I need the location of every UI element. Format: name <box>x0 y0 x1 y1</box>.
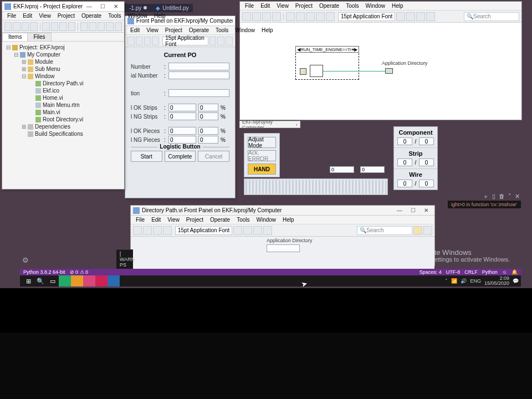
saveall-button[interactable] <box>30 22 37 31</box>
okpieces-input[interactable] <box>168 127 196 135</box>
menu-project[interactable]: Project <box>293 3 315 9</box>
taskbar-vscode[interactable] <box>108 275 120 287</box>
align-button[interactable] <box>233 226 242 235</box>
tree-dirpath[interactable]: Directory Path.vi <box>43 80 83 87</box>
tree-homevi[interactable]: Home.vi <box>43 94 63 101</box>
menu-operate[interactable]: Operate <box>79 13 104 19</box>
component-total[interactable]: 0 <box>419 137 434 145</box>
status-problems[interactable]: ⊘ 0 ⚠ 0 <box>70 269 89 275</box>
tree-rootdir[interactable]: Root Directory.vi <box>43 116 83 123</box>
wifi-icon[interactable]: 📶 <box>451 278 457 284</box>
menu-window[interactable]: Window <box>253 217 279 223</box>
close-button[interactable]: ✕ <box>110 3 122 11</box>
start-button[interactable]: Start <box>131 151 162 162</box>
serial-input[interactable] <box>168 71 229 79</box>
font-selector[interactable]: 15pt Application Font <box>338 12 395 21</box>
run-button[interactable] <box>133 226 142 235</box>
menu-project[interactable]: Project <box>55 13 78 19</box>
refresh-button[interactable] <box>115 22 122 31</box>
maximize-button[interactable]: ☐ <box>96 3 109 11</box>
chevron-up-icon[interactable]: ˄ <box>508 193 511 200</box>
strip-count[interactable]: 0 <box>397 158 412 166</box>
tray-language[interactable]: ENG <box>470 278 481 284</box>
run-cont-button[interactable] <box>143 226 152 235</box>
cleanup-button[interactable] <box>426 12 435 21</box>
ngpieces-pct-input[interactable] <box>198 136 218 144</box>
reorder-button[interactable] <box>263 226 272 235</box>
menu-tools[interactable]: Tools <box>105 13 124 19</box>
property-node[interactable] <box>300 68 306 75</box>
project-breadcrumb[interactable]: EKF.lvproj/My Computer ‹ <box>239 121 300 128</box>
okpieces-pct-input[interactable] <box>198 127 218 135</box>
save-button[interactable] <box>22 22 29 31</box>
run-cont-button[interactable] <box>136 37 143 45</box>
taskbar-app-2[interactable] <box>71 275 83 287</box>
conditional-node[interactable] <box>310 65 323 77</box>
settings-gear-icon[interactable]: ⚙ <box>22 256 29 264</box>
tion-input[interactable] <box>168 89 229 97</box>
menu-view[interactable]: View <box>165 217 182 223</box>
taskview-icon[interactable]: ▭ <box>47 275 59 287</box>
delete-button[interactable] <box>68 22 75 31</box>
run-button[interactable] <box>242 12 251 21</box>
search-input[interactable]: 🔍 Search <box>357 226 412 235</box>
distribute-button[interactable] <box>217 37 224 45</box>
distribute-button[interactable] <box>243 226 252 235</box>
retain-wire-button[interactable] <box>296 12 305 21</box>
tree-project[interactable]: Project: EKF.lvproj <box>19 44 65 51</box>
tree-ekfico[interactable]: Ekf.ico <box>43 87 59 94</box>
case-selector[interactable]: ◀ RUN_TIME_ENGINE==True, De ▾ ▶ <box>295 46 359 53</box>
appdir-indicator[interactable] <box>267 244 300 252</box>
menu-file[interactable]: File <box>133 217 147 223</box>
menu-edit[interactable]: Edit <box>127 27 142 33</box>
resize-button[interactable] <box>253 226 262 235</box>
menu-window[interactable]: Window <box>362 3 388 9</box>
sliders[interactable] <box>245 180 386 193</box>
open-button[interactable] <box>13 22 20 31</box>
menu-help[interactable]: Help <box>151 13 168 19</box>
status-eol[interactable]: CRLF <box>464 269 478 275</box>
abort-button[interactable] <box>153 226 162 235</box>
menu-operate[interactable]: Operate <box>186 27 212 33</box>
help-button[interactable] <box>413 226 422 235</box>
menu-edit[interactable]: Edit <box>20 13 35 19</box>
run-button[interactable] <box>127 37 135 45</box>
tree-mainmenurtm[interactable]: Main Menu.rtm <box>43 101 80 109</box>
menu-operate[interactable]: Operate <box>207 217 233 223</box>
number-input[interactable] <box>168 63 229 70</box>
tree-deps[interactable]: Dependencies <box>35 123 70 130</box>
complete-button[interactable]: Complete <box>165 151 196 162</box>
wire-count[interactable]: 0 <box>397 180 412 187</box>
okstrips-pct-input[interactable] <box>198 104 218 111</box>
collapse-icon[interactable]: ⊟ <box>13 51 18 58</box>
menu-tools[interactable]: Tools <box>234 217 252 223</box>
okstrips-input[interactable] <box>168 104 196 111</box>
menu-operate[interactable]: Operate <box>316 3 342 9</box>
menu-view[interactable]: View <box>36 13 54 19</box>
action-center-icon[interactable]: 💬 <box>513 278 519 284</box>
run-cont-button[interactable] <box>252 12 261 21</box>
reorder-button[interactable] <box>226 37 233 45</box>
menu-help[interactable]: Help <box>389 3 406 9</box>
pause-button[interactable] <box>163 226 172 235</box>
menu-view[interactable]: View <box>274 3 291 9</box>
strip-total[interactable]: 0 <box>419 158 434 166</box>
tree-buildspec[interactable]: Build Specifications <box>35 130 83 137</box>
editor-tab-1[interactable]: -1.py <box>125 4 151 12</box>
menu-edit[interactable]: Edit <box>258 3 273 9</box>
start-button[interactable]: ⊞ <box>22 275 34 287</box>
collapse-icon[interactable]: ⊟ <box>21 73 26 80</box>
align-button[interactable] <box>396 12 405 21</box>
menu-edit[interactable]: Edit <box>149 217 163 223</box>
new-button[interactable] <box>4 22 12 31</box>
expand-icon[interactable]: ⊞ <box>21 123 26 130</box>
abort-button[interactable] <box>144 37 151 45</box>
indicator-terminal[interactable] <box>385 68 393 74</box>
component-count[interactable]: 0 <box>397 137 412 145</box>
find-button[interactable] <box>98 22 105 31</box>
feedback-icon[interactable]: ☺ <box>502 269 507 275</box>
case-next-icon[interactable]: ▶ <box>354 47 357 52</box>
status-python[interactable]: Python 3.8.2 64-bit <box>23 269 65 275</box>
menu-help[interactable]: Help <box>280 217 297 223</box>
status-language[interactable]: Python <box>482 269 498 275</box>
